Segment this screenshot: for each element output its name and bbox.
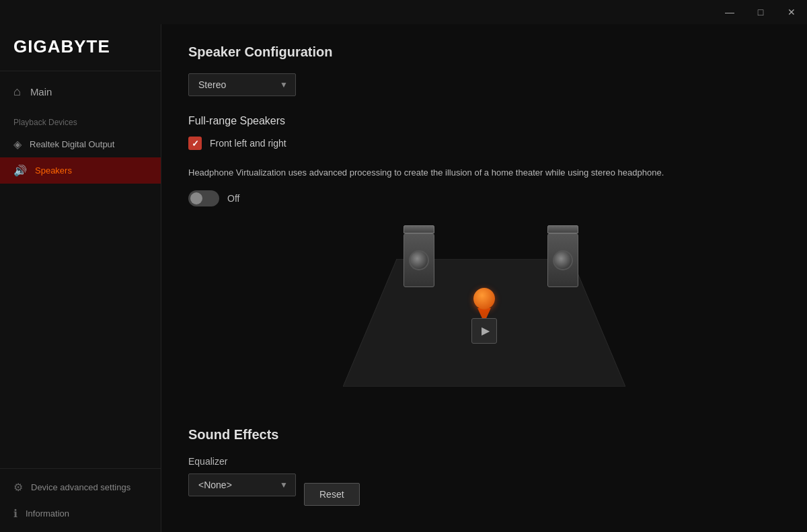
speaker-left-top <box>404 225 434 233</box>
headphone-virt-description: Headphone Virtualization uses advanced p… <box>188 166 740 180</box>
playback-devices-label: Playback Devices <box>0 107 161 131</box>
sidebar-item-realtek-digital[interactable]: ◈ Realtek Digital Output <box>0 131 161 157</box>
speaker-config-title: Speaker Configuration <box>188 44 780 60</box>
front-left-right-label: Front left and right <box>210 138 286 149</box>
realtek-digital-icon: ◈ <box>13 138 22 151</box>
speaker-left[interactable] <box>404 225 434 287</box>
app-logo: GIGABYTE <box>13 36 147 57</box>
minimize-button[interactable]: — <box>714 0 745 24</box>
info-icon: ℹ <box>13 507 17 520</box>
front-left-right-checkbox[interactable] <box>188 137 202 150</box>
front-left-right-row: Front left and right <box>188 137 780 150</box>
titlebar: — □ ✕ <box>0 0 807 24</box>
home-icon: ⌂ <box>13 85 21 99</box>
toggle-knob <box>190 192 202 204</box>
headphone-virt-toggle-label: Off <box>227 193 239 204</box>
speaker-stage: ▶ <box>343 225 625 387</box>
speakers-icon: 🔊 <box>13 164 27 177</box>
sidebar-bottom: ⚙ Device advanced settings ℹ Information <box>0 468 161 532</box>
play-button[interactable]: ▶ <box>471 318 497 344</box>
sidebar-item-speakers[interactable]: 🔊 Speakers <box>0 157 161 184</box>
equalizer-dropdown[interactable]: <None> <box>188 473 296 496</box>
sidebar-item-information[interactable]: ℹ Information <box>0 500 161 527</box>
speaker-config-dropdown-wrap: Stereo Quadraphonic 5.1 Surround 7.1 Sur… <box>188 73 296 96</box>
headphone-virt-toggle[interactable] <box>188 190 219 206</box>
sound-effects-title: Sound Effects <box>188 427 780 443</box>
main-content: Speaker Configuration Stereo Quadraphoni… <box>161 24 807 532</box>
play-icon: ▶ <box>482 324 490 337</box>
speaker-right-top <box>547 225 578 233</box>
headphone-virt-toggle-row: Off <box>188 190 780 206</box>
close-button[interactable]: ✕ <box>776 0 807 24</box>
equalizer-row: <None> ▼ Reset <box>188 473 780 515</box>
sidebar: GIGABYTE ⌂ Main Playback Devices ◈ Realt… <box>0 24 161 532</box>
realtek-digital-label: Realtek Digital Output <box>30 139 114 149</box>
sidebar-item-main[interactable]: ⌂ Main <box>0 77 161 107</box>
speaker-config-dropdown[interactable]: Stereo Quadraphonic 5.1 Surround 7.1 Sur… <box>188 73 296 96</box>
information-label: Information <box>26 508 69 519</box>
maximize-button[interactable]: □ <box>745 0 776 24</box>
sidebar-item-main-label: Main <box>30 86 52 98</box>
speaker-right[interactable] <box>547 225 578 287</box>
speaker-visualization: ▶ <box>188 225 780 387</box>
speakers-label: Speakers <box>35 165 72 176</box>
reset-button[interactable]: Reset <box>304 483 360 506</box>
pin-head <box>473 288 495 309</box>
sidebar-item-device-advanced[interactable]: ⚙ Device advanced settings <box>0 474 161 500</box>
speaker-left-cone <box>409 250 429 270</box>
speaker-right-body <box>547 233 578 287</box>
logo-area: GIGABYTE <box>0 24 161 71</box>
equalizer-dropdown-wrap: <None> ▼ <box>188 473 296 496</box>
speaker-right-cone <box>553 250 573 270</box>
sidebar-navigation: ⌂ Main Playback Devices ◈ Realtek Digita… <box>0 71 161 468</box>
equalizer-label: Equalizer <box>188 456 780 467</box>
speaker-left-body <box>404 233 434 287</box>
gear-icon: ⚙ <box>13 481 23 494</box>
device-advanced-label: Device advanced settings <box>31 482 130 492</box>
full-range-speakers-title: Full-range Speakers <box>188 115 780 127</box>
